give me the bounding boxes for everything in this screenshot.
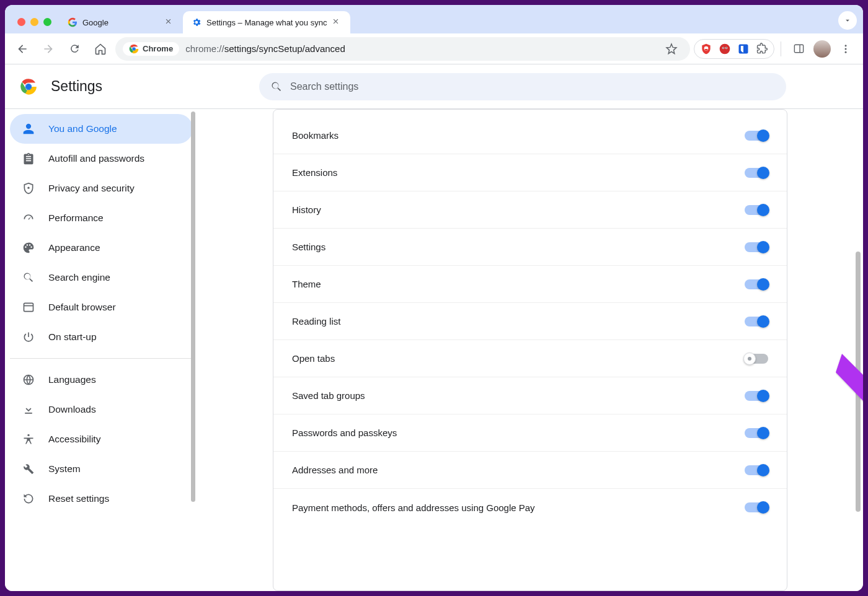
toggle-passwords-and-passkeys[interactable] xyxy=(745,428,768,438)
svg-point-3 xyxy=(133,47,135,50)
sidebar-item-reset-settings[interactable]: Reset settings xyxy=(10,484,193,514)
sync-row-passwords-and-passkeys: Passwords and passkeys xyxy=(273,414,787,452)
toggle-saved-tab-groups[interactable] xyxy=(745,391,768,401)
tabs-dropdown-button[interactable] xyxy=(838,11,857,30)
tab-favicon-icon xyxy=(68,17,78,27)
sidebar-item-label: System xyxy=(48,463,81,475)
toggle-addresses-and-more[interactable] xyxy=(745,465,768,475)
sidebar-item-autofill-and-passwords[interactable]: Autofill and passwords xyxy=(10,144,193,173)
sidebar-item-downloads[interactable]: Downloads xyxy=(10,395,193,424)
toggle-bookmarks[interactable] xyxy=(745,131,768,141)
sync-row-theme: Theme xyxy=(273,266,787,303)
toggle-extensions[interactable] xyxy=(745,168,768,178)
side-panel-button[interactable] xyxy=(787,38,810,60)
window-controls xyxy=(10,18,59,33)
sync-row-saved-tab-groups: Saved tab groups xyxy=(273,377,787,414)
tabs-container: Google Settings – Manage what you sync xyxy=(59,11,836,33)
download-icon xyxy=(22,403,35,416)
page-title: Settings xyxy=(51,78,102,95)
sync-row-open-tabs: Open tabs xyxy=(273,340,787,377)
shield-icon xyxy=(22,182,35,195)
toggle-history[interactable] xyxy=(745,205,768,215)
settings-body: You and GoogleAutofill and passwordsPriv… xyxy=(5,109,863,591)
sync-row-addresses-and-more: Addresses and more xyxy=(273,452,787,489)
tab-close-button[interactable] xyxy=(164,17,174,27)
search-settings-input[interactable]: Search settings xyxy=(259,73,786,100)
toolbar: Chrome chrome://settings/syncSetup/advan… xyxy=(5,33,863,64)
extension-ublock-icon[interactable] xyxy=(699,42,713,56)
reload-button[interactable] xyxy=(63,38,86,60)
sync-row-label: Payment methods, offers and addresses us… xyxy=(292,502,535,513)
sidebar-item-label: Autofill and passwords xyxy=(48,153,144,164)
settings-page: Settings Search settings You and GoogleA… xyxy=(5,64,863,591)
svg-point-15 xyxy=(845,51,847,53)
home-button[interactable] xyxy=(89,38,112,60)
toggle-reading-list[interactable] xyxy=(745,317,768,326)
chrome-logo-icon xyxy=(20,78,37,95)
toggle-settings[interactable] xyxy=(745,242,768,252)
sidebar-item-label: Default browser xyxy=(48,302,116,313)
sync-row-label: Theme xyxy=(292,279,321,289)
toggle-theme[interactable] xyxy=(745,279,768,289)
sync-row-label: Settings xyxy=(292,242,326,252)
extension-adblock-icon[interactable] xyxy=(718,42,732,56)
settings-sidebar: You and GoogleAutofill and passwordsPriv… xyxy=(5,109,197,591)
minimize-window-button[interactable] xyxy=(30,18,38,26)
extensions-puzzle-button[interactable] xyxy=(755,42,769,56)
sidebar-item-label: You and Google xyxy=(48,123,117,134)
speed-icon xyxy=(22,212,35,224)
tab-close-button[interactable] xyxy=(332,17,342,27)
sidebar-item-accessibility[interactable]: Accessibility xyxy=(10,424,193,454)
extension-bitwarden-icon[interactable] xyxy=(737,42,750,56)
maximize-window-button[interactable] xyxy=(43,18,51,26)
forward-button[interactable] xyxy=(37,38,60,60)
sidebar-item-label: Reset settings xyxy=(48,493,109,504)
sync-row-label: History xyxy=(292,204,321,215)
accessibility-icon xyxy=(22,433,35,445)
sync-row-label: Reading list xyxy=(292,316,340,326)
sidebar-item-system[interactable]: System xyxy=(10,454,193,484)
chrome-chip-label: Chrome xyxy=(143,44,173,53)
sidebar-item-default-browser[interactable]: Default browser xyxy=(10,292,193,322)
sidebar-item-label: Privacy and security xyxy=(48,183,135,194)
chrome-menu-button[interactable] xyxy=(835,38,857,60)
sync-panel: Bookmarks Extensions History Settings Th… xyxy=(273,109,787,591)
tab-0[interactable]: Google xyxy=(59,11,183,33)
main-scrollbar[interactable] xyxy=(856,252,861,512)
profile-avatar-button[interactable] xyxy=(813,40,831,58)
chrome-icon xyxy=(129,44,139,54)
sync-row-label: Passwords and passkeys xyxy=(292,427,397,438)
chrome-chip: Chrome xyxy=(123,42,179,56)
svg-point-19 xyxy=(26,84,32,89)
back-button[interactable] xyxy=(11,38,33,60)
tab-1[interactable]: Settings – Manage what you sync xyxy=(183,11,350,33)
tab-favicon-icon xyxy=(192,17,202,27)
svg-point-5 xyxy=(720,43,730,54)
sidebar-separator xyxy=(10,358,193,359)
tab-strip: Google Settings – Manage what you sync xyxy=(5,5,863,33)
browser-window: Google Settings – Manage what you sync C… xyxy=(5,5,863,591)
sync-row-label: Open tabs xyxy=(292,353,335,364)
sidebar-item-performance[interactable]: Performance xyxy=(10,203,193,233)
sidebar-item-label: Accessibility xyxy=(48,434,100,445)
sidebar-item-privacy-and-security[interactable]: Privacy and security xyxy=(10,173,193,203)
browser-icon xyxy=(22,301,35,313)
sidebar-scrollbar[interactable] xyxy=(191,112,195,502)
sync-row-extensions: Extensions xyxy=(273,154,787,191)
bookmark-star-button[interactable] xyxy=(660,38,683,60)
sidebar-item-on-start-up[interactable]: On start-up xyxy=(10,322,193,352)
search-icon xyxy=(22,271,35,284)
close-window-button[interactable] xyxy=(17,18,25,26)
sidebar-item-you-and-google[interactable]: You and Google xyxy=(10,114,193,144)
toggle-open-tabs[interactable] xyxy=(745,354,768,364)
url-text: chrome://settings/syncSetup/advanced xyxy=(185,43,654,54)
sidebar-item-label: Search engine xyxy=(48,272,110,283)
sidebar-item-search-engine[interactable]: Search engine xyxy=(10,263,193,292)
address-bar[interactable]: Chrome chrome://settings/syncSetup/advan… xyxy=(115,37,690,61)
toggle-payment-methods-offers-and-addresses-using-google-pay[interactable] xyxy=(745,502,768,512)
clipboard-icon xyxy=(22,152,35,165)
sidebar-item-appearance[interactable]: Appearance xyxy=(10,233,193,263)
sidebar-item-label: Appearance xyxy=(48,242,100,253)
sidebar-item-languages[interactable]: Languages xyxy=(10,365,193,395)
sync-row-label: Saved tab groups xyxy=(292,390,365,401)
